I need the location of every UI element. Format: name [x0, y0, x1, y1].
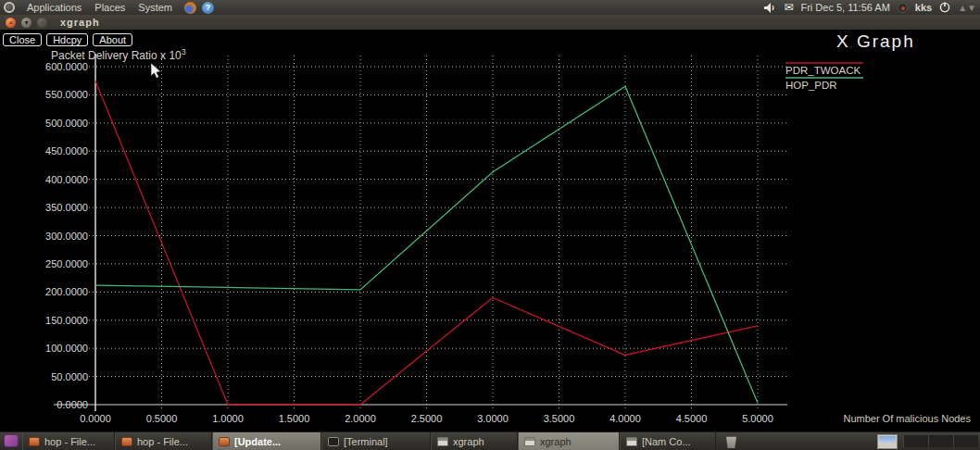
- desktop: ApplicationsPlacesSystem ? ✉ Fri Dec 5, …: [0, 0, 980, 450]
- about-button[interactable]: About: [93, 33, 132, 46]
- x-tick-label: 4.5000: [676, 413, 708, 424]
- x-tick-label: 0.0000: [80, 413, 111, 424]
- window-minimize-icon[interactable]: ▾: [21, 18, 31, 28]
- close-glyph: ×: [6, 18, 16, 28]
- chart-title: X Graph: [836, 31, 915, 52]
- y-axis-title: Packet Delivery Ratio x 103: [51, 47, 186, 62]
- x-tick-label: 1.5000: [279, 413, 310, 424]
- top-panel: ApplicationsPlacesSystem ? ✉ Fri Dec 5, …: [0, 0, 980, 15]
- gridlines: [54, 54, 787, 411]
- y-tick-label: 100.0000: [45, 343, 88, 354]
- y-tick-label: 300.0000: [45, 231, 88, 242]
- y-tick-label: 500.0000: [45, 118, 88, 129]
- volume-icon[interactable]: [764, 3, 776, 13]
- clock[interactable]: Fri Dec 5, 11:56 AM: [800, 2, 889, 13]
- workspace-pane[interactable]: [903, 435, 928, 447]
- trash-icon[interactable]: [725, 435, 737, 448]
- task-button[interactable]: hop - File...: [22, 432, 115, 450]
- xgraph-toolbar: CloseHdcpyAbout: [3, 33, 132, 46]
- task-button[interactable]: hop - File...: [115, 432, 212, 450]
- x-tick-label: 2.5000: [411, 413, 443, 424]
- task-items: hop - File...hop - File...[Update...[Ter…: [22, 432, 716, 450]
- y-tick-label: 350.0000: [45, 202, 88, 213]
- menu-bar: ApplicationsPlacesSystem: [20, 2, 179, 13]
- menu-places[interactable]: Places: [88, 2, 132, 13]
- help-icon[interactable]: ?: [202, 2, 214, 14]
- x-tick-label: 0.5000: [146, 413, 178, 424]
- task-button-label: hop - File...: [137, 436, 188, 447]
- x-tick-label: 2.0000: [345, 413, 376, 424]
- session-indicator-icon[interactable]: ▲▼: [958, 3, 976, 13]
- y-tick-label: 600.0000: [45, 61, 88, 72]
- window-title: xgraph: [60, 17, 100, 28]
- task-button[interactable]: [Nam Co...: [620, 432, 716, 450]
- mail-icon[interactable]: ✉: [784, 2, 793, 13]
- task-button[interactable]: xgraph: [431, 432, 518, 450]
- task-button-label: [Terminal]: [344, 436, 388, 447]
- workspace-pane[interactable]: [953, 435, 978, 447]
- y-tick-label: 250.0000: [45, 258, 88, 269]
- xgraph-plot: 0.000050.0000100.0000150.0000200.0000250…: [0, 30, 980, 431]
- menu-applications[interactable]: Applications: [20, 2, 88, 13]
- taskbar: hop - File...hop - File...[Update...[Ter…: [0, 431, 980, 450]
- close-button[interactable]: Close: [3, 33, 42, 46]
- window-list-applet-icon[interactable]: [4, 434, 19, 447]
- hdcpy-button[interactable]: Hdcpy: [46, 33, 88, 46]
- window-icon: [626, 437, 637, 446]
- folder-icon: [29, 437, 40, 446]
- task-button-label: xgraph: [540, 436, 572, 447]
- window-maximize-icon[interactable]: ▫: [37, 18, 47, 28]
- minimize-glyph: ▾: [21, 18, 31, 28]
- task-button[interactable]: xgraph: [518, 432, 620, 450]
- terminal-icon: [328, 437, 339, 446]
- y-tick-label: 150.0000: [45, 315, 88, 326]
- y-tick-label: 450.0000: [45, 145, 88, 156]
- x-tick-label: 5.0000: [742, 413, 773, 424]
- user-name[interactable]: kks: [915, 2, 932, 13]
- legend: PDR_TWOACKHOP_PDR: [785, 63, 863, 91]
- workspace-switcher[interactable]: [903, 435, 978, 447]
- window-close-icon[interactable]: ×: [6, 18, 16, 28]
- user-status-icon[interactable]: [898, 3, 908, 13]
- legend-label: HOP_PDR: [785, 80, 837, 91]
- window-icon: [437, 437, 448, 446]
- x-tick-label: 1.0000: [212, 413, 244, 424]
- folder-icon: [219, 437, 230, 446]
- x-axis-label: Number Of malicious Nodes: [843, 413, 971, 424]
- power-icon[interactable]: [939, 2, 950, 13]
- task-button-label: hop - File...: [44, 436, 95, 447]
- workspace-pane[interactable]: [928, 435, 953, 447]
- window-icon: [524, 437, 535, 446]
- y-axis-title-exponent: 3: [182, 47, 186, 56]
- y-tick-label: 200.0000: [45, 286, 88, 297]
- task-button[interactable]: [Update...: [212, 432, 321, 450]
- x-tick-label: 3.5000: [544, 413, 575, 424]
- x-tick-label: 3.0000: [477, 413, 509, 424]
- y-tick-label: 0.0000: [57, 399, 88, 410]
- legend-label: PDR_TWOACK: [785, 65, 861, 76]
- xgraph-titlebar[interactable]: × ▾ ▫ xgraph: [0, 15, 980, 30]
- y-tick-label: 400.0000: [45, 174, 88, 185]
- workspace-switcher-active-icon[interactable]: [877, 434, 898, 449]
- y-tick-label: 550.0000: [45, 89, 88, 100]
- task-button-label: [Nam Co...: [642, 436, 691, 447]
- task-button-label: xgraph: [453, 436, 484, 447]
- tick-labels: 0.000050.0000100.0000150.0000200.0000250…: [45, 61, 773, 424]
- folder-icon: [121, 437, 132, 446]
- task-button[interactable]: [Terminal]: [321, 432, 431, 450]
- top-panel-right: ✉ Fri Dec 5, 11:56 AM kks ▲▼: [764, 2, 976, 13]
- task-button-label: [Update...: [234, 436, 281, 447]
- y-tick-label: 50.0000: [51, 371, 88, 382]
- mouse-cursor: [151, 63, 161, 79]
- x-tick-label: 4.0000: [609, 413, 641, 424]
- y-axis-title-text: Packet Delivery Ratio x 10: [51, 49, 182, 62]
- firefox-icon[interactable]: [184, 2, 196, 14]
- ubuntu-logo-icon[interactable]: [4, 2, 15, 13]
- maximize-glyph: ▫: [37, 18, 47, 28]
- menu-system[interactable]: System: [132, 2, 179, 13]
